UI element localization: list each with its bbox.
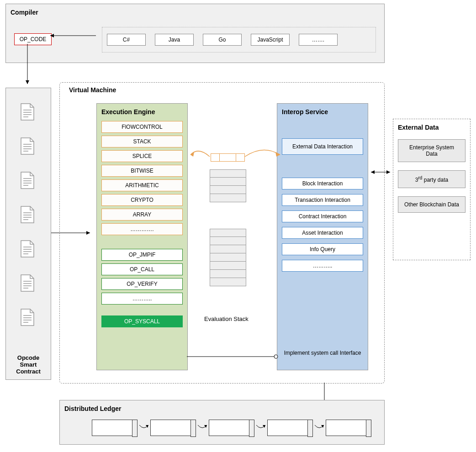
op-bitwise: BITWISE [101, 165, 183, 177]
svg-marker-3 [26, 80, 29, 84]
doc-icon [20, 137, 35, 155]
doc-icon [20, 171, 35, 189]
op-flowcontrol: FlOWCONTROL [101, 121, 183, 133]
ledger-block [150, 420, 196, 436]
ledger-block [267, 420, 313, 436]
engine-calls: OP_JMPIF OP_CALL OP_VERIFY ……….. [101, 249, 183, 305]
doc-icon [20, 205, 35, 224]
op-array: ARRAY [101, 209, 183, 221]
other-blockchain-data: Other Blockchain Data [398, 196, 465, 213]
lang-more: ……. [299, 34, 338, 46]
eval-stack-label: Evaluation Stack [204, 315, 249, 322]
doc-icon [20, 103, 35, 121]
svg-marker-16 [386, 170, 390, 174]
op-jmpif: OP_JMPIF [101, 249, 183, 261]
external-data-interaction: External Data Interaction [282, 138, 363, 155]
doc-icon [20, 240, 35, 258]
lang-java: Java [155, 34, 194, 46]
interop-panel: Interop Service External Data Interactio… [277, 103, 368, 370]
lang-js: JavaScript [251, 34, 290, 46]
external-items: Enterprise System Data 3rd party data Ot… [398, 139, 465, 213]
lang-csharp: C# [107, 34, 146, 46]
vm-title: Virtual Machine [69, 86, 116, 94]
ledger-block [209, 420, 254, 436]
op-splice: SPLICE [101, 150, 183, 162]
op-call-more: ……….. [101, 293, 183, 305]
impl-syscall-label: Implement system call Interface [282, 350, 363, 356]
external-data-panel: External Data Enterprise System Data 3rd… [393, 119, 471, 260]
engine-ops: FlOWCONTROL STACK SPLICE BITWISE ARITHME… [101, 121, 183, 235]
op-call: OP_CALL [101, 263, 183, 275]
engine-title: Execution Engine [101, 108, 183, 116]
op-stack: STACK [101, 136, 183, 147]
opcode-contract-panel: Opcode Smart Contract [5, 88, 51, 380]
ledger-chain [92, 420, 371, 436]
vm-panel: Virtual Machine Execution Engine FlOWCON… [59, 82, 385, 384]
execution-engine-panel: Execution Engine FlOWCONTROL STACK SPLIC… [96, 103, 188, 370]
interop-title: Interop Service [282, 108, 363, 116]
transfer-box [211, 153, 245, 162]
interop-more: ……….. [282, 260, 363, 272]
opcode-box: OP_CODE [14, 33, 52, 45]
langs-group: C# Java Go JavaScript ……. [102, 27, 376, 53]
opcode-contract-title: Opcode Smart Contract [6, 354, 51, 375]
interop-items: Block Interaction Transaction Interactio… [282, 178, 363, 272]
enterprise-data: Enterprise System Data [398, 139, 465, 162]
ledger-panel: Distributed Ledger [59, 400, 385, 445]
eval-stack [210, 169, 246, 202]
third-party-data: 3rd party data [398, 170, 465, 188]
svg-marker-12 [190, 152, 194, 157]
external-title: External Data [398, 124, 465, 131]
contract-interaction: Contract Interaction [282, 210, 363, 222]
ledger-block [92, 420, 138, 436]
doc-icon [20, 274, 35, 292]
tx-interaction: Transaction Interaction [282, 194, 363, 206]
op-arithmetic: ARITHMETIC [101, 179, 183, 191]
ledger-block [326, 420, 371, 436]
lang-go: Go [203, 34, 242, 46]
asset-interaction: Asset Interaction [282, 227, 363, 239]
op-verify: OP_VERIFY [101, 278, 183, 290]
op-more: …………. [101, 223, 183, 235]
op-crypto: CRYPTO [101, 194, 183, 206]
ledger-title: Distributed Ledger [64, 405, 380, 412]
block-interaction: Block Interaction [282, 178, 363, 189]
info-query: Info Query [282, 243, 363, 255]
compiler-title: Compiler [11, 9, 380, 16]
op-syscall: OP_SYSCALL [101, 315, 183, 327]
eval-stack-2 [210, 229, 246, 286]
compiler-panel: Compiler OP_CODE C# Java Go JavaScript …… [5, 4, 385, 63]
doc-icon [20, 308, 35, 326]
